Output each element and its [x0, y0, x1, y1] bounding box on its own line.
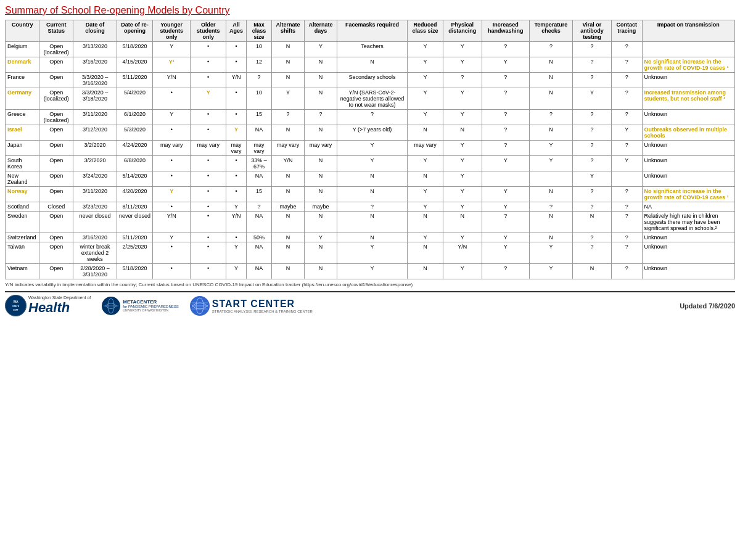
table-cell: ?	[572, 110, 611, 125]
table-cell: •	[191, 156, 226, 171]
table-cell: 3/16/2020	[73, 57, 117, 73]
table-cell: Y/N	[443, 242, 482, 264]
table-cell: Y	[572, 171, 611, 187]
table-cell: may vary	[305, 141, 337, 156]
table-cell: Open	[39, 57, 73, 73]
table-cell: •	[191, 187, 226, 202]
table-cell: •	[191, 233, 226, 242]
table-cell: ?	[611, 141, 642, 156]
table-cell: N	[572, 212, 611, 233]
table-cell: •	[191, 264, 226, 279]
table-cell: Y	[408, 156, 443, 171]
table-cell: Y	[443, 42, 482, 57]
table-cell: ?	[247, 73, 272, 88]
table-cell: 3/11/2020	[73, 187, 117, 202]
table-cell: ?	[572, 57, 611, 73]
table-cell: ?	[482, 264, 529, 279]
table-cell: •	[153, 202, 191, 212]
table-cell: Y	[337, 264, 408, 279]
table-cell: ?	[572, 202, 611, 212]
start-center-sublabel: STRATEGIC ANALYSIS, RESEARCH & TRAINING …	[212, 310, 313, 313]
table-cell: N	[572, 264, 611, 279]
table-cell: N	[305, 156, 337, 171]
table-cell: Y	[482, 187, 529, 202]
table-row: JapanOpen3/2/20204/24/2020may varymay va…	[6, 141, 735, 156]
table-cell: Y/N	[226, 73, 247, 88]
table-cell: Y	[443, 233, 482, 242]
table-cell: ?	[572, 73, 611, 88]
table-cell: •	[191, 110, 226, 125]
table-cell: Y	[482, 57, 529, 73]
table-cell: Open	[39, 156, 73, 171]
svg-text:STATE: STATE	[12, 305, 20, 308]
table-cell: •	[191, 57, 226, 73]
table-cell: 6/1/2020	[117, 110, 152, 125]
table-cell: Y	[529, 264, 572, 279]
metacenter-icon	[102, 297, 120, 315]
table-cell: N	[529, 187, 572, 202]
table-cell: Open	[39, 242, 73, 264]
table-cell: Open	[39, 212, 73, 233]
page-title: Summary of School Re-opening Models by C…	[5, 5, 735, 16]
country-cell: Vietnam	[6, 264, 39, 279]
table-cell: ?	[611, 57, 642, 73]
metacenter-univ: UNIVERSITY OF WASHINGTON	[123, 308, 178, 312]
table-cell: N	[337, 57, 408, 73]
table-cell: •	[191, 171, 226, 187]
table-cell: never closed	[73, 212, 117, 233]
table-cell: Y	[443, 264, 482, 279]
table-cell: N	[271, 42, 304, 57]
table-cell: N	[271, 233, 304, 242]
table-cell: ?	[611, 233, 642, 242]
table-cell: Unknown	[642, 264, 734, 279]
table-cell: Y	[482, 202, 529, 212]
table-cell: ?	[529, 110, 572, 125]
header-facemasks: Facemasks required	[337, 20, 408, 42]
table-cell: 8/11/2020	[117, 202, 152, 212]
table-cell: ?	[572, 125, 611, 141]
table-cell: Y	[443, 141, 482, 156]
table-cell: 5/18/2020	[117, 42, 152, 57]
table-cell: NA	[247, 212, 272, 233]
table-cell: winter break extended 2 weeks	[73, 242, 117, 264]
table-cell: N	[305, 57, 337, 73]
main-table: Country Current Status Date of closing D…	[5, 20, 735, 279]
country-cell: Norway	[6, 187, 39, 202]
table-cell: ?	[247, 202, 272, 212]
table-cell: 10	[247, 42, 272, 57]
table-cell: N	[305, 73, 337, 88]
table-row: SwitzerlandOpen3/16/20205/11/2020Y••50%N…	[6, 233, 735, 242]
table-cell: N	[408, 171, 443, 187]
country-cell: Greece	[6, 110, 39, 125]
wa-health-logo: WA STATE DEPT Washington State Departmen…	[5, 295, 91, 316]
table-cell: Unknown	[642, 141, 734, 156]
health-dept-label: Washington State Department of	[28, 295, 91, 300]
table-cell: ?	[482, 212, 529, 233]
table-cell: Y/N	[153, 212, 191, 233]
table-cell: 3/3/2020 – 3/18/2020	[73, 88, 117, 110]
table-cell: 15	[247, 187, 272, 202]
country-cell: Japan	[6, 141, 39, 156]
table-cell: •	[153, 242, 191, 264]
table-cell: 5/11/2020	[117, 73, 152, 88]
header-altshifts: Alternate shifts	[271, 20, 304, 42]
table-cell: Teachers	[337, 42, 408, 57]
table-cell: ?	[482, 110, 529, 125]
table-cell: 5/4/2020	[117, 88, 152, 110]
table-cell: 50%	[247, 233, 272, 242]
table-cell: Y	[443, 171, 482, 187]
table-cell: •	[191, 202, 226, 212]
table-cell: N	[529, 125, 572, 141]
table-row: NorwayOpen3/11/20204/20/2020Y••15NNNYYYN…	[6, 187, 735, 202]
table-cell: ?	[611, 202, 642, 212]
table-cell: Open	[39, 125, 73, 141]
table-cell: Y	[443, 110, 482, 125]
table-cell: ?	[529, 42, 572, 57]
table-cell: ?	[572, 242, 611, 264]
table-cell: Unknown	[642, 110, 734, 125]
start-center-label: START CENTER	[212, 299, 313, 310]
table-cell: ?	[482, 73, 529, 88]
table-cell: ?	[482, 141, 529, 156]
table-cell: ?	[337, 110, 408, 125]
health-text: Health	[28, 300, 91, 316]
